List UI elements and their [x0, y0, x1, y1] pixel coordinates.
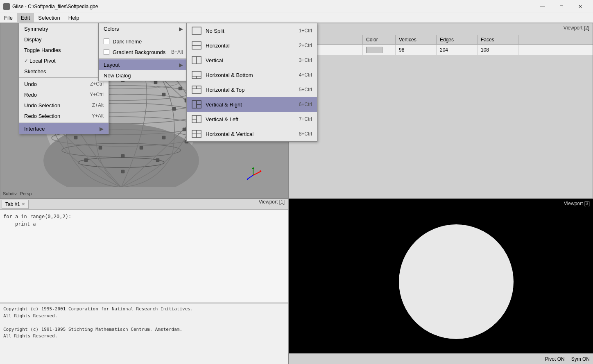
menu-help[interactable]: Help — [64, 13, 84, 23]
submenu-arrow: ▶ — [179, 62, 183, 68]
separator-4 — [99, 58, 188, 59]
svg-rect-44 — [192, 27, 201, 34]
tab-label: Tab #1 — [5, 201, 20, 207]
code-editor[interactable]: for a in range(0,20,2): print a — [0, 210, 288, 231]
code-tab-1[interactable]: Tab #1 ✕ — [2, 200, 29, 209]
object-list: Name Color Vertices Edges Faces ✕ sphere… — [289, 35, 593, 55]
menu-layout[interactable]: Layout ▶ — [99, 59, 188, 70]
subdiv-label: Subdiv — [3, 191, 17, 196]
table-row[interactable]: ✕ sphere 98 204 108 — [289, 45, 593, 55]
output-line-5: All Rights Reserved. — [3, 333, 285, 340]
viewport-3-label: Viewport [3] — [564, 201, 590, 206]
status-bar: Pivot ON Sym ON — [289, 353, 593, 364]
menu-local-pivot[interactable]: ✓ Local Pivot L — [19, 55, 109, 66]
layout-horizontal-vertical[interactable]: Horizontal & Vertical 8+Ctrl — [187, 127, 317, 141]
col-edges: Edges — [437, 35, 478, 44]
output-line-3 — [3, 319, 285, 326]
submenu-arrow: ▶ — [100, 126, 104, 132]
menu-toggle-handles[interactable]: Toggle Handles E — [19, 45, 109, 55]
output-panel: Copyright (c) 1995-2001 Corporation for … — [0, 303, 289, 364]
col-color: Color — [363, 35, 396, 44]
window-title: Glise - C:\Softpedia_files\Softpedia.gbe — [12, 4, 533, 9]
svg-rect-29 — [162, 136, 165, 139]
color-swatch[interactable] — [366, 47, 383, 53]
svg-rect-25 — [172, 107, 176, 111]
svg-rect-32 — [140, 146, 143, 149]
menu-file[interactable]: File — [0, 13, 17, 23]
gradient-bg-checkbox[interactable] — [104, 49, 109, 55]
menu-selection[interactable]: Selection — [34, 13, 64, 23]
axis-indicator — [243, 165, 263, 185]
layout-horizontal-bottom[interactable]: Horizontal & Bottom 4+Ctrl — [187, 68, 317, 82]
menu-display[interactable]: Display ▶ — [19, 34, 109, 45]
bottom-row: Viewport [1] Tab #1 ✕ for a in range(0,2… — [0, 199, 593, 364]
maximize-button[interactable]: □ — [552, 0, 571, 13]
menu-sketches[interactable]: Sketches ▶ — [19, 66, 109, 77]
menu-undo-selection[interactable]: Undo Selection Z+Alt — [19, 100, 109, 111]
interface-menu: Colors ▶ Dark Theme Gradient Backgrounds… — [98, 23, 188, 81]
menu-colors[interactable]: Colors ▶ — [99, 23, 188, 34]
layout-vertical-right[interactable]: Vertical & Right 6+Ctrl — [187, 97, 317, 112]
close-button[interactable]: ✕ — [571, 0, 590, 13]
svg-rect-33 — [99, 146, 102, 149]
menu-redo-selection[interactable]: Redo Selection Y+Alt — [19, 111, 109, 121]
viewport-2-label: Viewport [2] — [564, 25, 589, 31]
obj-vertices: 98 — [396, 45, 437, 55]
col-vertices: Vertices — [396, 35, 437, 44]
horizontal-top-icon — [192, 86, 201, 94]
code-line-2: print a — [3, 220, 285, 228]
window-controls: — □ ✕ — [533, 0, 590, 13]
menu-bar: File Edit Selection Help — [0, 13, 593, 23]
layout-vertical-left[interactable]: Vertical & Left 7+Ctrl — [187, 112, 317, 127]
svg-rect-36 — [84, 158, 88, 162]
separator-3 — [99, 35, 188, 35]
layout-vertical[interactable]: Vertical 3+Ctrl — [187, 53, 317, 68]
menu-edit[interactable]: Edit — [17, 13, 34, 23]
svg-rect-15 — [154, 81, 157, 84]
menu-undo[interactable]: Undo Z+Ctrl — [19, 79, 109, 89]
code-tab-bar: Tab #1 ✕ — [0, 199, 288, 210]
checkmark-icon: ✓ — [24, 58, 28, 63]
viewport-2[interactable]: Viewport [2] Name Color Vertices Edges F… — [289, 23, 593, 198]
svg-rect-37 — [121, 170, 124, 173]
separator-2 — [19, 122, 109, 122]
svg-rect-27 — [183, 128, 186, 131]
menu-gradient-bg[interactable]: Gradient Backgrounds B+Alt — [99, 47, 188, 57]
horizontal-vertical-icon — [192, 130, 201, 138]
col-faces: Faces — [478, 35, 518, 44]
code-panel[interactable]: Viewport [1] Tab #1 ✕ for a in range(0,2… — [0, 199, 289, 364]
menu-interface[interactable]: Interface ▶ — [19, 123, 109, 134]
horizontal-bottom-icon — [192, 71, 201, 79]
svg-rect-30 — [74, 136, 77, 139]
svg-rect-34 — [121, 154, 124, 158]
output-line-1: Copyright (c) 1995-2001 Corporation for … — [3, 306, 285, 313]
menu-dark-theme[interactable]: Dark Theme — [99, 36, 188, 47]
layout-horizontal-top[interactable]: Horizontal & Top 5+Ctrl — [187, 82, 317, 97]
viewport-bottom-labels: Subdiv Persp — [3, 191, 32, 196]
sphere-render — [399, 224, 514, 339]
persp-label: Persp — [20, 191, 32, 196]
submenu-arrow: ▶ — [179, 26, 183, 32]
layout-no-split[interactable]: No Split 1+Ctrl — [187, 23, 317, 38]
svg-rect-21 — [162, 93, 165, 96]
tab-close-icon[interactable]: ✕ — [22, 202, 25, 206]
menu-redo[interactable]: Redo Y+Ctrl — [19, 89, 109, 100]
svg-rect-17 — [179, 87, 182, 90]
viewport-1-label: Viewport [1] — [259, 199, 285, 205]
vertical-left-icon — [192, 115, 201, 123]
obj-color — [363, 45, 396, 55]
menu-symmetry[interactable]: Symmetry ▶ — [19, 23, 109, 34]
layout-menu: No Split 1+Ctrl Horizontal 2+Ctrl Vertic… — [186, 23, 317, 142]
minimize-button[interactable]: — — [533, 0, 552, 13]
svg-rect-35 — [156, 158, 159, 162]
svg-marker-42 — [252, 167, 254, 169]
output-line-2: All Rights Reserved. — [3, 313, 285, 320]
code-line-1: for a in range(0,20,2): — [3, 213, 285, 220]
menu-new-dialog[interactable]: New Dialog — [99, 70, 188, 81]
obj-edges: 204 — [437, 45, 478, 55]
title-bar: Glise - C:\Softpedia_files\Softpedia.gbe… — [0, 0, 593, 13]
layout-horizontal[interactable]: Horizontal 2+Ctrl — [187, 38, 317, 53]
object-list-header: Name Color Vertices Edges Faces — [289, 35, 593, 45]
dark-theme-checkbox[interactable] — [104, 38, 109, 44]
viewport-3[interactable]: Viewport [3] Pivot ON Sym ON — [289, 199, 593, 364]
